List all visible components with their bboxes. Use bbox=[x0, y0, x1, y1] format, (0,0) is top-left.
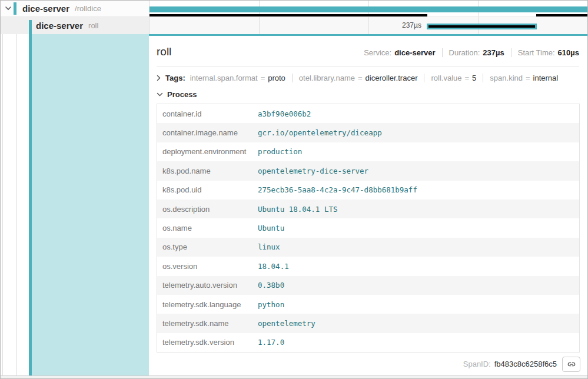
divider bbox=[292, 74, 293, 82]
deep-link-button[interactable] bbox=[562, 357, 580, 372]
service-label: Service: bbox=[364, 48, 391, 57]
table-row: os.typelinux bbox=[157, 238, 579, 257]
divider bbox=[483, 74, 483, 82]
process-key: deployment.environment bbox=[157, 147, 258, 156]
span-detail-title: roll bbox=[157, 45, 171, 58]
tag-item: roll.value = 5 bbox=[431, 74, 476, 82]
process-value: opentelemetry-dice-server bbox=[258, 167, 368, 175]
span-row-roll[interactable]: dice-server roll 237µs bbox=[1, 17, 587, 34]
process-value: 0.38b0 bbox=[258, 281, 284, 290]
process-value: production bbox=[258, 147, 302, 156]
process-key: os.type bbox=[157, 242, 258, 251]
tag-equals: = bbox=[358, 74, 363, 82]
process-value: a3bf90e006b2 bbox=[258, 109, 311, 118]
process-key: k8s.pod.name bbox=[157, 167, 258, 175]
tag-key: internal.span.format bbox=[190, 74, 258, 82]
spanid-label: SpanID: bbox=[463, 360, 491, 368]
span-color-bar bbox=[29, 20, 32, 34]
process-value: linux bbox=[258, 242, 280, 251]
process-toggle[interactable]: Process bbox=[157, 90, 580, 99]
table-row: container.image.namegcr.io/opentelemetry… bbox=[157, 123, 579, 142]
process-table: container.ida3bf90e006b2 container.image… bbox=[157, 104, 580, 353]
tags-header: Tags: bbox=[165, 74, 185, 82]
span-name-cell-roll[interactable]: dice-server roll bbox=[1, 17, 149, 34]
start-time-label: Start Time: bbox=[518, 48, 555, 57]
indent-guide bbox=[2, 34, 3, 375]
tag-item: internal.span.format = proto bbox=[190, 74, 285, 82]
tag-equals: = bbox=[526, 74, 530, 82]
table-row: k8s.pod.uid275ecb36-5aa8-4c2a-9c47-d8bb6… bbox=[157, 181, 579, 200]
process-value: gcr.io/opentelemetry/diceapp bbox=[258, 128, 382, 137]
critical-path-segment bbox=[536, 14, 587, 16]
span-service-name: dice-server bbox=[36, 21, 83, 31]
process-value: Ubuntu 18.04.1 LTS bbox=[258, 205, 337, 214]
process-key: os.version bbox=[157, 262, 258, 271]
process-key: telemetry.sdk.language bbox=[157, 300, 258, 309]
link-icon bbox=[567, 360, 576, 369]
span-name-cell-rolldice[interactable]: dice-server /rolldice bbox=[1, 1, 149, 17]
tag-key: otel.library.name bbox=[299, 74, 355, 82]
span-service-name: dice-server bbox=[22, 4, 69, 14]
tag-value: 5 bbox=[472, 74, 476, 82]
bottom-strip bbox=[1, 375, 587, 378]
process-value: Ubuntu bbox=[258, 224, 284, 232]
divider bbox=[511, 48, 511, 57]
table-row: deployment.environmentproduction bbox=[157, 142, 579, 161]
tag-value: diceroller.tracer bbox=[366, 74, 418, 82]
selected-span-highlight bbox=[32, 34, 149, 375]
tag-value: proto bbox=[268, 74, 285, 82]
process-key: telemetry.sdk.version bbox=[157, 338, 258, 347]
critical-path-segment bbox=[428, 25, 535, 28]
tag-equals: = bbox=[465, 74, 470, 82]
process-key: telemetry.sdk.name bbox=[157, 319, 258, 328]
process-value: 1.17.0 bbox=[258, 338, 284, 347]
process-key: os.name bbox=[157, 224, 258, 232]
process-value: opentelemetry bbox=[258, 319, 315, 328]
process-value: 275ecb36-5aa8-4c2a-9c47-d8bb681b9aff bbox=[258, 185, 417, 194]
table-row: os.version18.04.1 bbox=[157, 257, 579, 275]
span-row-rolldice[interactable]: dice-server /rolldice bbox=[1, 1, 587, 17]
tags-toggle[interactable]: Tags: internal.span.format = proto otel.… bbox=[157, 74, 580, 82]
tag-key: roll.value bbox=[431, 74, 461, 82]
span-detail-footer: SpanID: fb483c8c6258f6c5 bbox=[149, 353, 587, 375]
span-timeline-cell-rolldice[interactable] bbox=[149, 1, 587, 17]
span-detail-header: roll Service: dice-server Duration: 237µ… bbox=[157, 36, 579, 67]
duration-label: Duration: bbox=[449, 48, 480, 57]
duration-value: 237µs bbox=[483, 48, 504, 57]
divider bbox=[442, 48, 443, 57]
table-row: telemetry.auto.version0.38b0 bbox=[157, 276, 579, 295]
tag-value: internal bbox=[533, 74, 559, 82]
chevron-down-icon bbox=[157, 92, 163, 97]
process-key: container.id bbox=[157, 109, 258, 118]
table-row: container.ida3bf90e006b2 bbox=[157, 104, 579, 123]
service-value: dice-server bbox=[394, 48, 435, 57]
span-operation-name: /rolldice bbox=[75, 4, 101, 13]
table-row: os.nameUbuntu bbox=[157, 218, 579, 237]
start-time-value: 610µs bbox=[558, 48, 579, 57]
process-key: os.description bbox=[157, 205, 258, 214]
table-row: k8s.pod.nameopentelemetry-dice-server bbox=[157, 161, 579, 180]
table-row: telemetry.sdk.nameopentelemetry bbox=[157, 314, 579, 333]
span-duration-bar[interactable] bbox=[150, 6, 587, 12]
tag-item: otel.library.name = diceroller.tracer bbox=[299, 74, 418, 82]
process-key: container.image.name bbox=[157, 128, 258, 137]
process-key: telemetry.auto.version bbox=[157, 281, 258, 290]
divider bbox=[424, 74, 424, 82]
span-duration-label: 237µs bbox=[150, 17, 421, 34]
process-value: python bbox=[258, 300, 284, 309]
process-value: 18.04.1 bbox=[258, 262, 289, 271]
span-overview: Service: dice-server Duration: 237µs Sta… bbox=[364, 48, 579, 57]
span-detail-panel: roll Service: dice-server Duration: 237µ… bbox=[149, 34, 587, 375]
spanid-value: fb483c8c6258f6c5 bbox=[494, 360, 557, 368]
span-timeline-cell-roll[interactable]: 237µs bbox=[149, 17, 587, 34]
detail-row-gutter bbox=[1, 34, 149, 375]
span-duration-bar[interactable] bbox=[427, 24, 537, 29]
span-operation-name: roll bbox=[88, 21, 98, 30]
collapse-chevron-icon[interactable] bbox=[5, 5, 13, 13]
span-color-bar bbox=[14, 2, 16, 15]
process-header: Process bbox=[167, 90, 197, 99]
table-row: telemetry.sdk.version1.17.0 bbox=[157, 333, 579, 352]
critical-path-segment bbox=[150, 14, 427, 16]
table-row: telemetry.sdk.languagepython bbox=[157, 295, 579, 314]
tag-key: span.kind bbox=[490, 74, 523, 82]
